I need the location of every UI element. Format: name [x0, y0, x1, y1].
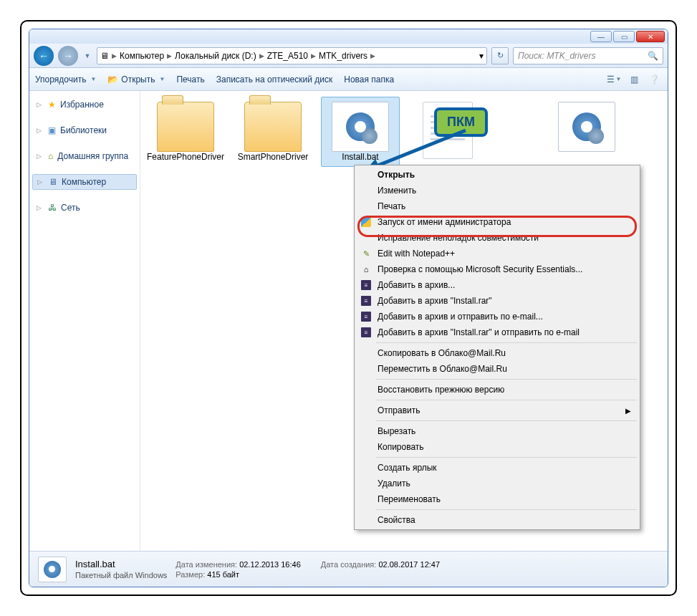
open-button[interactable]: 📂 Открыть ▼	[107, 74, 165, 85]
winrar-icon: ≡	[360, 295, 372, 307]
context-menu: Открыть Изменить Печать Запуск от имени …	[354, 165, 640, 530]
refresh-button[interactable]: ↻	[491, 47, 509, 64]
ctx-edit[interactable]: Изменить	[356, 183, 638, 198]
chevron-down-icon: ▼	[90, 76, 96, 82]
preview-pane-button[interactable]: ▥	[626, 72, 642, 87]
ctx-cut[interactable]: Вырезать	[356, 423, 638, 439]
address-bar[interactable]: 🖥 ▶ Компьютер ▶ Локальный диск (D:) ▶ ZT…	[97, 47, 487, 64]
separator	[376, 400, 637, 400]
view-icon: ☰	[607, 74, 615, 85]
ctx-restore-previous[interactable]: Восстановить прежнюю версию	[356, 382, 638, 398]
ctx-archive-named-email[interactable]: ≡Добавить в архив "Install.rar" и отправ…	[356, 324, 638, 340]
sidebar-network[interactable]: ▷🖧Сеть	[29, 200, 140, 216]
sidebar-homegroup[interactable]: ▷⌂Домашняя группа	[29, 148, 140, 164]
ctx-print[interactable]: Печать	[356, 198, 638, 214]
expand-icon: ▷	[37, 204, 44, 211]
ctx-mse-scan[interactable]: ⌂Проверка с помощью Microsoft Security E…	[356, 261, 638, 277]
minimize-button[interactable]: —	[590, 31, 612, 42]
size-label: Размер:	[176, 570, 205, 579]
ctx-archive-email[interactable]: ≡Добавить в архив и отправить по e-mail.…	[356, 309, 638, 324]
chevron-right-icon: ▶	[167, 52, 172, 59]
separator	[376, 509, 637, 510]
address-dropdown-icon[interactable]: ▾	[479, 51, 484, 61]
ctx-properties[interactable]: Свойства	[356, 512, 638, 528]
new-folder-button[interactable]: Новая папка	[344, 74, 394, 85]
created-label: Дата создания:	[321, 560, 377, 569]
titlebar: — ▭ ✕	[29, 29, 668, 44]
homegroup-icon: ⌂	[48, 151, 53, 161]
organize-label: Упорядочить	[35, 74, 86, 85]
computer-icon: 🖥	[49, 177, 57, 187]
back-button[interactable]: ←	[34, 46, 54, 66]
modified-value: 02.12.2013 16:46	[239, 560, 301, 569]
ctx-label: Добавить в архив...	[378, 280, 455, 290]
sidebar-label: Библиотеки	[60, 125, 107, 135]
ctx-label: Добавить в архив "Install.rar"	[378, 296, 492, 306]
sidebar-favorites[interactable]: ▷★Избранное	[29, 97, 140, 112]
created-value: 02.08.2017 12:47	[378, 560, 440, 569]
separator	[376, 457, 637, 458]
ctx-add-archive[interactable]: ≡Добавить в архив...	[356, 277, 638, 293]
submenu-arrow-icon: ▶	[625, 407, 631, 415]
breadcrumb-item[interactable]: ZTE_A510	[267, 51, 308, 61]
open-label: Открыть	[121, 74, 155, 85]
folder-item-featurephone[interactable]: FeaturePhoneDriver	[146, 97, 225, 167]
navigation-bar: ← → ▼ 🖥 ▶ Компьютер ▶ Локальный диск (D:…	[29, 44, 668, 68]
ctx-create-shortcut[interactable]: Создать ярлык	[356, 460, 638, 476]
view-button[interactable]: ☰▼	[606, 72, 622, 87]
ctx-cloud-copy[interactable]: Скопировать в Облако@Mail.Ru	[356, 345, 638, 361]
burn-button[interactable]: Записать на оптический диск	[216, 74, 333, 85]
ctx-delete[interactable]: Удалить	[356, 476, 638, 491]
separator	[376, 420, 637, 421]
ctx-label: Edit with Notepad++	[378, 249, 455, 259]
winrar-icon: ≡	[360, 327, 372, 338]
organize-menu[interactable]: Упорядочить ▼	[35, 74, 96, 85]
size-value: 415 байт	[207, 570, 239, 579]
close-button[interactable]: ✕	[636, 31, 665, 42]
ctx-add-archive-named[interactable]: ≡Добавить в архив "Install.rar"	[356, 293, 638, 309]
sidebar-computer[interactable]: ▷🖥Компьютер	[32, 174, 137, 190]
nav-history-dropdown[interactable]: ▼	[82, 47, 92, 65]
expand-icon: ▷	[37, 127, 44, 134]
batch-file-icon	[558, 102, 615, 152]
ctx-label: Добавить в архив "Install.rar" и отправи…	[378, 327, 580, 337]
breadcrumb-item[interactable]: MTK_drivers	[319, 51, 367, 61]
status-filename: Install.bat	[75, 559, 167, 569]
notepadpp-icon: ✎	[360, 248, 372, 259]
separator	[376, 342, 637, 343]
modified-label: Дата изменения:	[176, 560, 237, 569]
print-button[interactable]: Печать	[176, 74, 204, 85]
ctx-compat-troubleshoot[interactable]: Исправление неполадок совместимости	[356, 230, 638, 246]
status-filetype: Пакетный файл Windows	[75, 571, 167, 579]
ctx-copy[interactable]: Копировать	[356, 439, 638, 455]
ctx-run-as-admin[interactable]: Запуск от имени администратора	[356, 214, 638, 230]
search-placeholder: Поиск: MTK_drivers	[518, 51, 595, 61]
ctx-notepadpp[interactable]: ✎Edit with Notepad++	[356, 246, 638, 261]
star-icon: ★	[48, 100, 56, 110]
folder-item-smartphone[interactable]: SmartPhoneDriver	[234, 97, 312, 167]
forward-button[interactable]: →	[58, 46, 78, 66]
maximize-button[interactable]: ▭	[613, 31, 635, 42]
chevron-down-icon: ▼	[616, 76, 622, 82]
sidebar-libraries[interactable]: ▷▣Библиотеки	[29, 122, 140, 138]
network-icon: 🖧	[48, 203, 57, 213]
ctx-cloud-move[interactable]: Переместить в Облако@Mail.Ru	[356, 361, 638, 377]
expand-icon: ▷	[37, 178, 44, 186]
chevron-right-icon: ▶	[112, 52, 117, 59]
ctx-rename[interactable]: Переименовать	[356, 491, 638, 507]
ctx-open[interactable]: Открыть	[356, 167, 638, 183]
libraries-icon: ▣	[48, 125, 56, 135]
details-pane: Install.bat Пакетный файл Windows Дата и…	[29, 551, 668, 587]
file-item-bat2[interactable]	[547, 97, 626, 167]
breadcrumb-item[interactable]: Локальный диск (D:)	[175, 51, 256, 61]
toolbar: Упорядочить ▼ 📂 Открыть ▼ Печать Записат…	[29, 68, 668, 91]
breadcrumb-item[interactable]: Компьютер	[120, 51, 164, 61]
open-icon: 📂	[107, 74, 118, 85]
file-label: FeaturePhoneDriver	[147, 152, 224, 162]
folder-icon	[244, 102, 302, 152]
ctx-send-to[interactable]: Отправить▶	[356, 403, 638, 418]
ctx-label: Запуск от имени администратора	[378, 217, 511, 227]
help-button[interactable]: ❔	[646, 72, 662, 87]
search-input[interactable]: Поиск: MTK_drivers 🔍	[513, 47, 663, 64]
mse-icon: ⌂	[360, 264, 372, 275]
